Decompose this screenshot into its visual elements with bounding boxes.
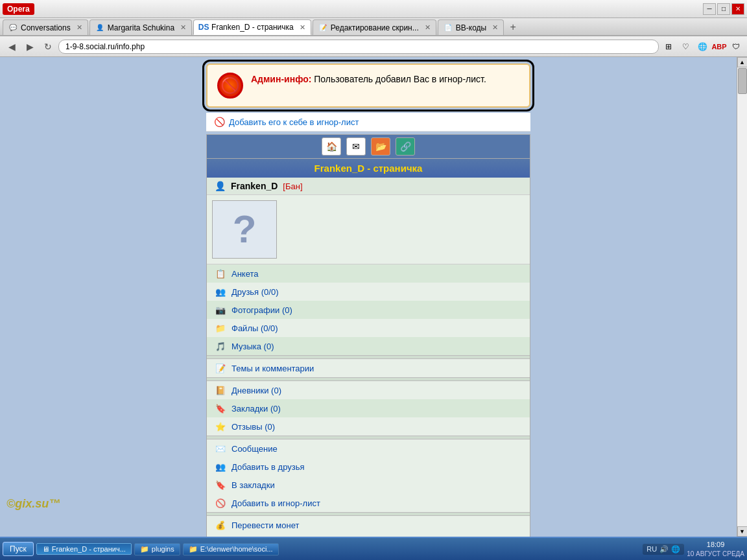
address-bar[interactable] <box>58 40 659 54</box>
translate-icon[interactable]: 🌐 <box>695 40 709 54</box>
user-icon: 👤 <box>215 181 226 191</box>
icon-bar-teal[interactable]: 🔗 <box>396 137 415 156</box>
bookmark-icon[interactable]: ♡ <box>678 40 693 54</box>
minimize-button[interactable]: ─ <box>703 3 716 15</box>
tab-margarita[interactable]: 👤 Margarita Schukina ✕ <box>89 19 192 35</box>
adblock-icon[interactable]: ABP <box>712 40 726 54</box>
tab-favicon-conversations: 💬 <box>8 23 18 32</box>
menu-row-anketa[interactable]: 📋 Анкета <box>207 264 530 283</box>
menu-row-message[interactable]: ✉️ Сообщение <box>207 439 530 458</box>
add-friend-label[interactable]: Добавить в друзья <box>231 462 305 472</box>
menu-row-friends[interactable]: 👥 Друзья (0/0) <box>207 283 530 301</box>
close-button[interactable]: ✕ <box>731 3 744 15</box>
icon-bar-mail[interactable]: ✉ <box>346 137 366 156</box>
tab-franken[interactable]: DS Franken_D - страничка ✕ <box>193 19 311 35</box>
ignore-add-icon: 🚫 <box>215 497 226 509</box>
menu-row-bookmark-add[interactable]: 🔖 В закладки <box>207 476 530 494</box>
ignore-link[interactable]: Добавить его к себе в игнор-лист <box>229 117 359 127</box>
back-button[interactable]: ◀ <box>4 39 19 54</box>
menu-row-bookmarks[interactable]: 🔖 Закладки (0) <box>207 399 530 417</box>
tab-edit[interactable]: 📝 Редактирование скрин... ✕ <box>313 19 436 35</box>
files-label[interactable]: Файлы (0/0) <box>231 323 278 333</box>
scroll-down-button[interactable]: ▼ <box>737 526 748 537</box>
icon-bar-orange[interactable]: 📂 <box>371 137 390 156</box>
content-area: ©gix.su™ Админ-инфо: Пользователь добави… <box>0 57 747 537</box>
tray-icon2: 🌐 <box>671 545 680 554</box>
menu-row-photos[interactable]: 📷 Фотографии (0) <box>207 301 530 319</box>
ban-badge: [Бан] <box>283 181 302 191</box>
bookmark-add-label[interactable]: В закладки <box>231 480 275 490</box>
shield-icon[interactable]: 🛡 <box>729 40 743 54</box>
nav-icons-right: ⊞ ♡ 🌐 ABP 🛡 <box>661 40 743 54</box>
admin-info-box: Админ-инфо: Пользователь добавил Вас в и… <box>206 64 530 108</box>
ignore-link-bar: 🚫 Добавить его к себе в игнор-лист <box>206 113 530 132</box>
menu-row-topics[interactable]: 📝 Темы и комментарии <box>207 359 530 377</box>
diary-icon: 📔 <box>215 384 226 396</box>
taskbar-label-denwer: E:\denwer\home\soci... <box>200 545 273 553</box>
reviews-label[interactable]: Отзывы (0) <box>231 422 275 432</box>
reviews-icon: ⭐ <box>215 421 226 432</box>
menu-row-transfer[interactable]: 💰 Перевести монет <box>207 516 530 534</box>
transfer-icon: 💰 <box>215 519 226 531</box>
tab-close-conversations[interactable]: ✕ <box>77 23 82 32</box>
tab-close-franken[interactable]: ✕ <box>300 23 305 32</box>
taskbar-icon-plugins: 📁 <box>140 545 149 554</box>
tab-bbcodes[interactable]: 📄 ВВ-коды ✕ <box>438 19 504 35</box>
topics-icon: 📝 <box>215 362 226 374</box>
nav-bar: ◀ ▶ ↻ ⊞ ♡ 🌐 ABP 🛡 <box>0 36 747 57</box>
scrollbar: ▲ ▼ <box>737 57 747 537</box>
tab-close-margarita[interactable]: ✕ <box>180 23 186 32</box>
watermark: ©gix.su™ <box>6 497 60 511</box>
grid-icon[interactable]: ⊞ <box>661 40 676 54</box>
tab-bar: 💬 Conversations ✕ 👤 Margarita Schukina ✕… <box>0 18 747 36</box>
transfer-label[interactable]: Перевести монет <box>231 520 299 530</box>
taskbar-item-plugins[interactable]: 📁 plugins <box>134 543 180 555</box>
ignore-add-label[interactable]: Добавить в игнор-лист <box>231 498 320 508</box>
title-bar: Opera ─ □ ✕ <box>0 0 747 18</box>
menu-row-ignore-add[interactable]: 🚫 Добавить в игнор-лист <box>207 494 530 512</box>
topics-label[interactable]: Темы и комментарии <box>231 364 314 373</box>
menu-row-diary[interactable]: 📔 Дневники (0) <box>207 381 530 399</box>
anketa-label[interactable]: Анкета <box>231 269 259 279</box>
music-icon: 🎵 <box>215 340 226 352</box>
bookmarks-label[interactable]: Закладки (0) <box>231 404 281 414</box>
clock: 18:09 10 АВГУСТ СРЕДА <box>687 540 744 557</box>
friends-label[interactable]: Друзья (0/0) <box>231 287 279 297</box>
scroll-thumb[interactable] <box>738 68 747 94</box>
icon-bar-home[interactable]: 🏠 <box>322 137 341 156</box>
diary-label[interactable]: Дневники (0) <box>231 386 281 395</box>
scroll-up-button[interactable]: ▲ <box>737 57 748 67</box>
scroll-track[interactable] <box>738 68 747 526</box>
photos-label[interactable]: Фотографии (0) <box>231 305 292 315</box>
start-button[interactable]: Пуск <box>3 542 34 556</box>
music-label[interactable]: Музыка (0) <box>231 342 274 351</box>
add-friend-icon: 👥 <box>215 461 226 472</box>
avatar-box: ? <box>212 200 277 259</box>
menu-row-add-friend[interactable]: 👥 Добавить в друзья <box>207 458 530 476</box>
refresh-button[interactable]: ↻ <box>40 39 56 54</box>
opera-button[interactable]: Opera <box>3 3 34 15</box>
tab-conversations[interactable]: 💬 Conversations ✕ <box>3 19 88 35</box>
profile-title: Franken_D - страничка <box>314 163 423 174</box>
menu-row-reviews[interactable]: ⭐ Отзывы (0) <box>207 417 530 436</box>
maximize-button[interactable]: □ <box>717 3 730 15</box>
taskbar-label-franken: Franken_D - странич... <box>52 545 126 553</box>
taskbar-icon-franken: 🖥 <box>42 545 49 553</box>
tab-close-edit[interactable]: ✕ <box>425 23 431 32</box>
taskbar-icon-denwer: 📁 <box>189 545 198 554</box>
tab-label-franken: Franken_D - страничка <box>211 23 294 32</box>
new-tab-button[interactable]: + <box>505 19 521 35</box>
tab-label-conversations: Conversations <box>21 23 71 32</box>
tab-close-bbcodes[interactable]: ✕ <box>492 23 498 32</box>
clock-time: 18:09 <box>687 540 744 549</box>
taskbar-item-denwer[interactable]: 📁 E:\denwer\home\soci... <box>183 543 279 555</box>
menu-row-files[interactable]: 📁 Файлы (0/0) <box>207 319 530 337</box>
taskbar-item-franken[interactable]: 🖥 Franken_D - странич... <box>36 543 132 555</box>
title-bar-left: Opera <box>3 3 34 15</box>
menu-row-music[interactable]: 🎵 Музыка (0) <box>207 337 530 355</box>
clock-date: 10 АВГУСТ СРЕДА <box>687 550 744 558</box>
tray-lang: RU <box>646 545 657 553</box>
forward-button[interactable]: ▶ <box>22 39 38 54</box>
message-label[interactable]: Сообщение <box>231 444 278 454</box>
menu-row-gift[interactable]: 🎁 Сделать подарок <box>207 534 530 537</box>
